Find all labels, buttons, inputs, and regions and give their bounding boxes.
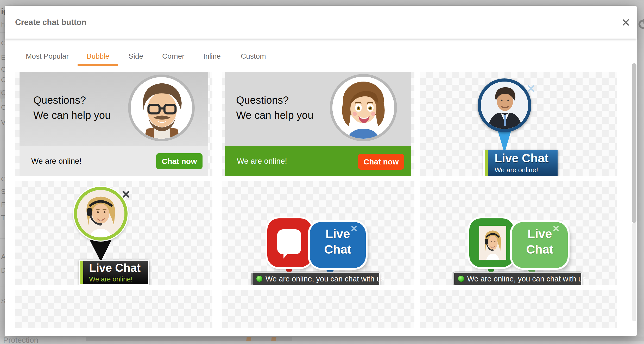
online-dot-icon xyxy=(458,275,464,282)
photo-woman-headset-avatar-icon xyxy=(77,190,124,237)
question-line2: We can help you xyxy=(33,108,111,123)
close-icon[interactable] xyxy=(622,19,629,26)
speech-glyph xyxy=(277,229,301,254)
agent-avatar xyxy=(330,74,397,141)
chat-now-button[interactable]: Chat now xyxy=(156,153,203,169)
question-line1: Questions? xyxy=(33,93,111,108)
agent-photo-avatar xyxy=(478,78,531,132)
backdrop-partial-text: T xyxy=(1,214,5,222)
active-tab-indicator xyxy=(78,64,118,66)
chat-text: Chat xyxy=(512,243,568,256)
accent-stripe xyxy=(485,150,488,176)
cartoon-man-avatar-icon xyxy=(131,77,192,139)
speech-glyph-tail xyxy=(283,253,288,259)
backdrop-partial-text: I xyxy=(1,96,3,104)
online-dot-icon xyxy=(256,275,263,282)
dismiss-icon[interactable] xyxy=(122,190,130,198)
chat-now-button[interactable]: Chat now xyxy=(358,154,404,170)
speech-bubble-blue: Live Chat xyxy=(310,222,366,268)
tab-corner[interactable]: Corner xyxy=(162,52,185,60)
pin-pointer xyxy=(88,239,113,262)
photo-man-avatar-icon xyxy=(481,82,528,129)
online-status-text: We are online! xyxy=(89,275,132,283)
backdrop-partial-text: h xyxy=(1,20,5,28)
chat-button-template-slot[interactable] xyxy=(15,290,212,328)
backdrop-bottom-panel xyxy=(292,337,644,341)
chat-button-template-slot[interactable] xyxy=(420,290,617,328)
backdrop-protection-label: Protection xyxy=(3,336,38,344)
chat-button-template-pin-dark[interactable]: Live Chat We are online! xyxy=(15,181,212,285)
banner-question-text: Questions? We can help you xyxy=(236,93,313,123)
backdrop-divider xyxy=(0,32,5,33)
backdrop-tan-bar xyxy=(271,337,276,341)
dialog-scrollbar-track[interactable] xyxy=(632,223,636,321)
live-text: Live xyxy=(310,227,366,240)
online-status-text: We are online! xyxy=(31,157,81,165)
question-line1: Questions? xyxy=(236,93,313,108)
online-status-text: We are online, you can chat with us. xyxy=(467,275,588,283)
dismiss-icon[interactable] xyxy=(527,85,535,92)
agent-photo-avatar xyxy=(74,187,128,241)
backdrop-divider xyxy=(0,286,5,286)
live-chat-title: Live Chat xyxy=(89,262,141,274)
chat-button-template-pin-blue[interactable]: Live Chat We are online! xyxy=(420,72,617,176)
accent-stripe xyxy=(80,261,83,284)
chat-text: Chat xyxy=(310,243,366,256)
online-statusbar: We are online, you can chat with us. xyxy=(453,272,582,285)
online-status-text: We are online, you can chat with us. xyxy=(266,275,387,283)
tab-bubble[interactable]: Bubble xyxy=(87,52,109,60)
photo-woman-headset-avatar-icon xyxy=(479,226,506,260)
speech-bubble-light-green: Live Chat xyxy=(512,222,568,268)
dialog-header: Create chat button xyxy=(5,6,637,39)
online-status-text: We are online! xyxy=(495,166,538,174)
chat-button-template-slot[interactable] xyxy=(222,290,414,328)
backdrop-divider xyxy=(0,238,5,239)
agent-photo xyxy=(479,226,506,260)
backdrop-partial-text: F xyxy=(1,201,5,208)
agent-avatar xyxy=(128,75,195,141)
pin-label-box: Live Chat We are online! xyxy=(483,150,558,176)
tab-custom[interactable]: Custom xyxy=(241,52,266,60)
tab-inline[interactable]: Inline xyxy=(203,52,221,60)
live-text: Live xyxy=(512,227,568,240)
banner-question-text: Questions? We can help you xyxy=(33,93,111,123)
dismiss-icon[interactable] xyxy=(553,225,559,231)
tab-side[interactable]: Side xyxy=(129,52,143,60)
backdrop-tan-bar xyxy=(246,337,251,341)
pin-label-box: Live Chat We are online! xyxy=(79,260,149,285)
chat-button-template-bubbles-blue[interactable]: Live Chat We are online, you can chat wi… xyxy=(222,181,414,285)
chat-button-template-banner-gray[interactable]: Questions? We can help you We are online… xyxy=(15,72,212,176)
dialog-title: Create chat button xyxy=(15,18,86,27)
tab-most-popular[interactable]: Most Popular xyxy=(26,52,69,60)
speech-bubble-red xyxy=(267,218,312,267)
chat-button-template-banner-green[interactable]: Questions? We can help you xyxy=(222,72,414,176)
cartoon-woman-avatar-icon xyxy=(332,77,394,139)
speech-bubble-dark-green xyxy=(469,218,514,267)
question-line2: We can help you xyxy=(236,108,313,123)
online-status-text: We are online! xyxy=(237,157,287,165)
refresh-icon xyxy=(637,18,644,30)
live-chat-title: Live Chat xyxy=(495,152,548,164)
online-statusbar: We are online, you can chat with us. xyxy=(252,272,380,285)
dismiss-icon[interactable] xyxy=(351,225,357,231)
chat-button-template-bubbles-green[interactable]: Live Chat We are online, you can chat wi… xyxy=(420,181,617,285)
dialog-scrollbar-thumb[interactable] xyxy=(632,63,636,223)
